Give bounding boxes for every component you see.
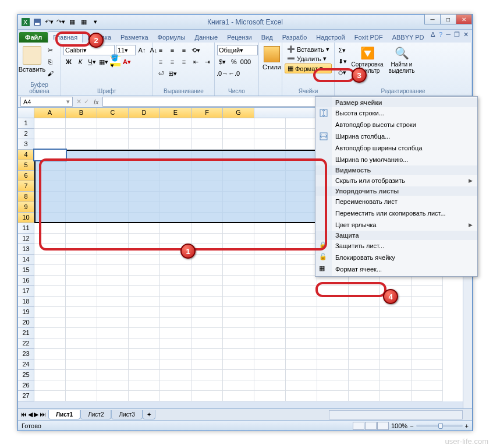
cell[interactable] bbox=[223, 181, 254, 192]
font-color-icon[interactable]: A▾ bbox=[122, 57, 132, 67]
cell[interactable] bbox=[97, 391, 129, 401]
prev-sheet-icon[interactable]: ◀ bbox=[28, 411, 33, 418]
cell[interactable] bbox=[129, 139, 160, 150]
view-layout-icon[interactable] bbox=[365, 422, 377, 430]
row-header[interactable]: 17 bbox=[18, 286, 34, 297]
zoom-slider-thumb[interactable] bbox=[438, 423, 443, 429]
cell[interactable] bbox=[129, 234, 160, 244]
cell[interactable] bbox=[66, 150, 97, 160]
cell[interactable] bbox=[66, 297, 97, 307]
cell[interactable] bbox=[129, 349, 160, 359]
cell[interactable] bbox=[34, 255, 66, 265]
cell[interactable] bbox=[97, 318, 129, 328]
cell[interactable] bbox=[254, 265, 286, 276]
row-header[interactable]: 8 bbox=[18, 192, 34, 202]
sheet-tab-1[interactable]: Лист1 bbox=[48, 410, 80, 419]
cell[interactable] bbox=[254, 139, 286, 150]
menu-hide-show[interactable]: Скрыть или отобразить▶ bbox=[315, 175, 477, 186]
cell[interactable] bbox=[97, 171, 129, 181]
cell[interactable] bbox=[34, 286, 66, 297]
cell[interactable] bbox=[223, 297, 254, 307]
cell[interactable] bbox=[129, 338, 160, 349]
cell[interactable] bbox=[66, 202, 97, 213]
cell[interactable] bbox=[317, 328, 349, 338]
tab-abbyy[interactable]: ABBYY PD bbox=[388, 32, 429, 43]
cell[interactable] bbox=[160, 370, 191, 380]
cell[interactable] bbox=[254, 328, 286, 338]
cell[interactable] bbox=[66, 213, 97, 223]
cell[interactable] bbox=[34, 297, 66, 307]
cell[interactable] bbox=[191, 234, 223, 244]
font-name-combo[interactable]: Calibri ▾ bbox=[63, 45, 115, 55]
cell[interactable] bbox=[286, 202, 317, 213]
cell[interactable] bbox=[286, 307, 317, 318]
cell[interactable] bbox=[129, 150, 160, 160]
cell[interactable] bbox=[412, 349, 443, 359]
cell[interactable] bbox=[349, 318, 380, 328]
cell[interactable] bbox=[412, 370, 443, 380]
cell[interactable] bbox=[380, 380, 412, 391]
cell[interactable] bbox=[191, 265, 223, 276]
cell[interactable] bbox=[254, 318, 286, 328]
cell[interactable] bbox=[191, 255, 223, 265]
format-cells-button[interactable]: ▦Формат ▾ bbox=[285, 64, 332, 73]
cell[interactable] bbox=[254, 181, 286, 192]
fx-icon[interactable]: fx bbox=[90, 98, 102, 105]
cell[interactable] bbox=[412, 307, 443, 318]
cell[interactable] bbox=[97, 286, 129, 297]
cell[interactable] bbox=[160, 192, 191, 202]
cell[interactable] bbox=[66, 129, 97, 139]
cell[interactable] bbox=[254, 276, 286, 286]
cell[interactable] bbox=[254, 213, 286, 223]
cell[interactable] bbox=[380, 338, 412, 349]
select-all-corner[interactable] bbox=[18, 108, 34, 118]
cell[interactable] bbox=[160, 118, 191, 129]
cell[interactable] bbox=[34, 129, 66, 139]
cell[interactable] bbox=[129, 129, 160, 139]
styles-button[interactable]: Стили bbox=[261, 45, 282, 72]
menu-default-width[interactable]: Ширина по умолчанию... bbox=[315, 154, 477, 165]
menu-row-height[interactable]: Высота строки... bbox=[315, 107, 477, 119]
row-header[interactable]: 21 bbox=[18, 328, 34, 338]
cell[interactable] bbox=[223, 255, 254, 265]
cell[interactable] bbox=[129, 276, 160, 286]
cell[interactable] bbox=[191, 380, 223, 391]
cell[interactable] bbox=[97, 181, 129, 192]
zoom-out-icon[interactable]: − bbox=[410, 422, 413, 429]
cell[interactable] bbox=[317, 318, 349, 328]
cell[interactable] bbox=[191, 297, 223, 307]
cell[interactable] bbox=[254, 349, 286, 359]
cell[interactable] bbox=[349, 338, 380, 349]
cell[interactable] bbox=[349, 286, 380, 297]
first-sheet-icon[interactable]: ⏮ bbox=[20, 411, 27, 418]
indent-dec-icon[interactable]: ⇤ bbox=[190, 57, 201, 67]
cell[interactable] bbox=[286, 338, 317, 349]
cell[interactable] bbox=[349, 307, 380, 318]
cell[interactable] bbox=[160, 391, 191, 401]
save-icon[interactable] bbox=[32, 17, 42, 27]
cell[interactable] bbox=[412, 318, 443, 328]
align-right-icon[interactable]: ≡ bbox=[179, 57, 189, 67]
cell[interactable] bbox=[286, 286, 317, 297]
grow-font-icon[interactable]: A↑ bbox=[137, 45, 147, 55]
cell[interactable] bbox=[349, 380, 380, 391]
cell[interactable] bbox=[286, 244, 317, 255]
cell[interactable] bbox=[66, 192, 97, 202]
cell[interactable] bbox=[34, 213, 66, 223]
cell[interactable] bbox=[349, 349, 380, 359]
zoom-in-icon[interactable]: + bbox=[465, 422, 469, 429]
cell[interactable] bbox=[191, 286, 223, 297]
cell[interactable] bbox=[34, 118, 66, 129]
cell[interactable] bbox=[160, 349, 191, 359]
tab-home[interactable]: Главная bbox=[48, 31, 83, 43]
cell[interactable] bbox=[223, 202, 254, 213]
cell[interactable] bbox=[191, 370, 223, 380]
merge-icon[interactable]: ⊞▾ bbox=[167, 68, 178, 79]
cell[interactable] bbox=[223, 192, 254, 202]
cell[interactable] bbox=[286, 223, 317, 234]
qat-icon[interactable]: ▦ bbox=[67, 17, 77, 27]
chevron-down-icon[interactable]: ▾ bbox=[66, 98, 70, 105]
row-header[interactable]: 25 bbox=[18, 370, 34, 380]
cell[interactable] bbox=[286, 349, 317, 359]
window-restore-icon[interactable]: ❐ bbox=[454, 31, 460, 38]
